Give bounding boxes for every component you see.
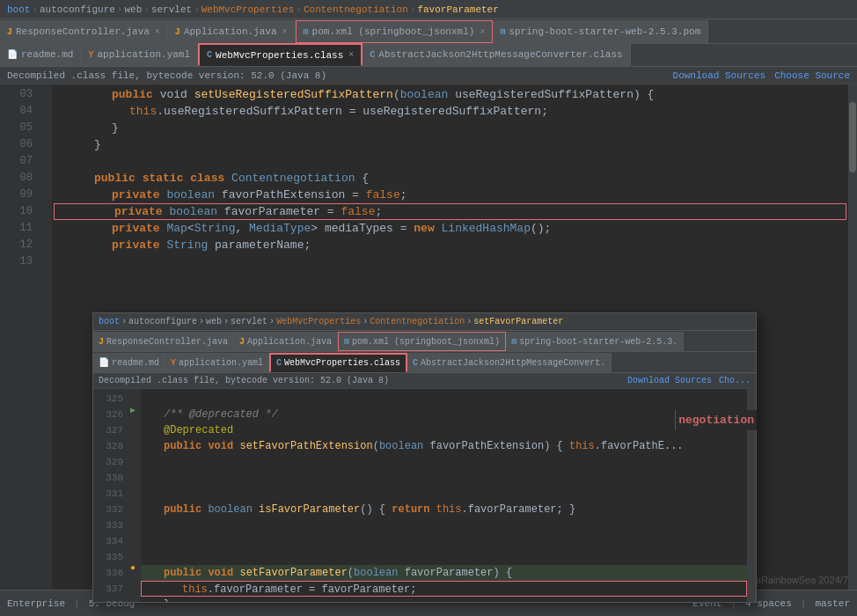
popup-code-line (141, 470, 747, 486)
maven-file-icon: m (500, 27, 505, 37)
breadcrumb-item[interactable]: boot (7, 4, 30, 15)
tab-close-button[interactable]: × (348, 50, 354, 60)
code-line: private boolean favorPathExtension = fal… (52, 187, 848, 203)
breadcrumb-item[interactable]: favorParameter (417, 4, 498, 15)
class-file-icon: C (207, 50, 212, 60)
branch-label[interactable]: master (815, 598, 850, 609)
popup-info-bar: Decompiled .class file, bytecode version… (93, 373, 756, 389)
code-line (52, 253, 848, 270)
popup-gutter: ▶ ● (128, 389, 141, 602)
class-file-icon: C (370, 50, 375, 60)
maven-file-icon: m (304, 27, 309, 37)
code-line: } (52, 136, 848, 153)
popup-breadcrumb: boot › autoconfigure › web › servlet › W… (93, 313, 756, 331)
code-line: } (52, 120, 848, 136)
popup-choose-source[interactable]: Cho... (719, 376, 751, 385)
code-line: public void setUseRegisteredSuffixPatter… (52, 86, 848, 103)
popup-breadcrumb-item[interactable]: Contentnegotiation (370, 317, 465, 326)
decompiled-info-text: Decompiled .class file, bytecode version… (7, 70, 326, 81)
popup-download-sources[interactable]: Download Sources (627, 376, 712, 385)
popup-code-line: @Deprecated (141, 422, 747, 438)
popup-breadcrumb-item[interactable]: setFavorParameter (473, 317, 563, 326)
code-line (52, 153, 848, 170)
popup-tab-response[interactable]: J ResponseController.java (93, 332, 234, 351)
popup-tab-readme[interactable]: 📄 readme.md (93, 353, 165, 372)
popup-code-line (141, 391, 747, 407)
code-line: public static class Contentnegotiation { (52, 170, 848, 187)
popup-breadcrumb-item[interactable]: autoconfigure (128, 317, 197, 326)
code-line-favor-parameter: private boolean favorParameter = false; (54, 203, 846, 220)
tab-application-java[interactable]: J Application.java × (168, 20, 296, 43)
breadcrumb-item[interactable]: servlet (151, 4, 192, 15)
tab-application-yaml[interactable]: Y application.yaml (81, 43, 198, 66)
tab-pom-xml[interactable]: m pom.xml (springboot_jsonxml) × (296, 20, 494, 43)
popup-code-line (141, 486, 747, 502)
popup-tab-bar-row1: J ResponseController.java J Application.… (93, 331, 756, 352)
breadcrumb-item[interactable]: Contentnegotiation (304, 4, 408, 15)
tab-close-button[interactable]: × (155, 27, 160, 37)
popup-breadcrumb-item[interactable]: WebMvcProperties (276, 317, 361, 326)
popup-code-line-set-favor: public void setFavorParameter(boolean fa… (141, 565, 747, 581)
tab-abstract-jackson[interactable]: C AbstractJackson2HttpMessageConverter.c… (363, 43, 630, 66)
download-sources-link[interactable]: Download Sources (673, 70, 766, 81)
info-bar: Decompiled .class file, bytecode version… (0, 67, 857, 84)
popup-tab-bar-row2: 📄 readme.md Y application.yaml C WebMvcP… (93, 352, 756, 373)
popup-code-line-this-favor: this.favorParameter = favorParameter; (141, 581, 747, 597)
popup-source-actions: Download Sources Cho... (627, 376, 751, 385)
popup-tab-yaml[interactable]: Y application.yaml (165, 353, 269, 372)
code-line: this.useRegisteredSuffixPattern = useReg… (52, 103, 848, 120)
code-line: private Map<String, MediaType> mediaType… (52, 220, 848, 237)
java-file-icon: J (7, 27, 12, 37)
tab-webmvc-properties[interactable]: C WebMvcProperties.class × (198, 43, 363, 66)
popup-tab-webmvc[interactable]: C WebMvcProperties.class (269, 353, 407, 372)
popup-tab-pom[interactable]: m pom.xml (springboot_jsonxml) (338, 332, 506, 351)
yaml-file-icon: Y (88, 50, 93, 60)
popup-overflow-label: negotiation (675, 410, 757, 430)
popup-code-line: public boolean isFavorParameter() { retu… (141, 502, 747, 517)
popup-line-numbers: 325 326 327 328 329 330 331 332 333 334 … (93, 389, 128, 602)
popup-code-line (141, 454, 747, 470)
popup-decompiled-text: Decompiled .class file, bytecode version… (99, 376, 389, 385)
popup-code-line (141, 533, 747, 549)
tab-spring-boot-pom[interactable]: m spring-boot-starter-web-2.5.3.pom (493, 20, 708, 43)
popup-code-area: 325 326 327 328 329 330 331 332 333 334 … (93, 389, 756, 602)
gutter (40, 84, 52, 590)
code-line: private String parameterName; (52, 237, 848, 253)
popup-code-line (141, 549, 747, 565)
popup-tab-abstract[interactable]: C AbstractJackson2HttpMessageConvert. (407, 353, 612, 372)
popup-tab-application[interactable]: J Application.java (234, 332, 338, 351)
source-actions: Download Sources Choose Source (673, 70, 850, 81)
breadcrumb-item[interactable]: web (124, 4, 142, 15)
scrollbar-thumb[interactable] (849, 102, 856, 172)
popup-code-content[interactable]: /** @deprecated */ @Deprecated public vo… (141, 389, 747, 602)
popup-window: boot › autoconfigure › web › servlet › W… (92, 312, 757, 603)
java-file-icon: J (175, 27, 180, 37)
tab-close-button[interactable]: × (282, 27, 288, 37)
popup-code-line (141, 517, 747, 533)
popup-breadcrumb-item[interactable]: web (206, 317, 222, 326)
vertical-scrollbar[interactable] (848, 84, 857, 590)
tab-response-controller[interactable]: J ResponseController.java × (0, 20, 168, 43)
popup-tab-spring[interactable]: m spring-boot-starter-web-2.5.3. (506, 332, 684, 351)
tab-bar-row2: 📄 readme.md Y application.yaml C WebMvcP… (0, 44, 857, 67)
tab-readme[interactable]: 📄 readme.md (0, 43, 81, 66)
choose-source-link[interactable]: Choose Source (774, 70, 850, 81)
popup-breadcrumb-item[interactable]: servlet (231, 317, 267, 326)
popup-code-line: public void setFavorPathExtension(boolea… (141, 438, 747, 454)
tab-bar-row1: J ResponseController.java × J Applicatio… (0, 19, 857, 44)
enterprise-label[interactable]: Enterprise (7, 598, 65, 609)
popup-code-line: /** @deprecated */ (141, 407, 747, 422)
breadcrumb: boot › autoconfigure › web › servlet › W… (0, 0, 857, 19)
line-numbers: 03 04 05 06 07 08 09 10 11 12 13 (0, 84, 40, 590)
md-file-icon: 📄 (7, 49, 18, 60)
breadcrumb-item[interactable]: WebMvcProperties (201, 4, 295, 15)
breadcrumb-item[interactable]: autoconfigure (40, 4, 115, 15)
popup-breadcrumb-item[interactable]: boot (99, 317, 120, 326)
tab-close-button[interactable]: × (480, 27, 485, 37)
